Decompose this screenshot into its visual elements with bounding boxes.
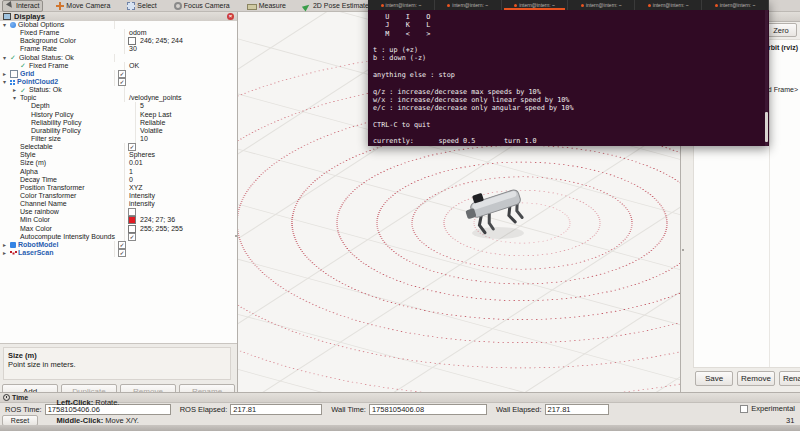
expand-arrow-icon[interactable] xyxy=(3,70,10,78)
terminal-tab[interactable]: intern@intern: ~ xyxy=(435,0,502,10)
property-value-cell[interactable]: 224; 27; 36 xyxy=(124,216,237,224)
row-checkbox[interactable] xyxy=(128,233,136,241)
tree-row[interactable]: Use rainbow xyxy=(0,208,237,216)
property-value-cell[interactable]: Keep Last xyxy=(135,111,237,119)
tree-row[interactable]: Autocompute Intensity Bounds xyxy=(0,233,237,241)
property-value[interactable]: Keep Last xyxy=(140,111,172,119)
expand-arrow-icon[interactable] xyxy=(3,21,10,29)
toolbar-tool-button[interactable]: Move Camera xyxy=(52,0,114,12)
expand-arrow-icon[interactable] xyxy=(3,249,10,257)
row-checkbox[interactable] xyxy=(118,249,126,257)
property-value-cell[interactable]: 0 xyxy=(124,176,237,184)
expand-arrow-icon[interactable] xyxy=(3,78,10,86)
row-checkbox[interactable] xyxy=(118,241,126,249)
property-value-cell[interactable]: Volatile xyxy=(135,127,237,135)
tree-row[interactable]: Position Transformer XYZ xyxy=(0,184,237,192)
property-value[interactable]: 246; 245; 244 xyxy=(140,37,183,45)
tree-row[interactable]: RobotModel xyxy=(0,241,237,249)
property-value[interactable]: 255; 255; 255 xyxy=(140,225,183,233)
property-value[interactable]: 0 xyxy=(129,176,133,184)
property-value[interactable]: OK xyxy=(129,62,139,70)
tree-row[interactable]: Color Transformer Intensity xyxy=(0,192,237,200)
experimental-checkbox[interactable] xyxy=(740,405,748,413)
property-value-cell[interactable]: 5 xyxy=(135,102,237,110)
property-value-cell[interactable] xyxy=(114,249,237,257)
property-value-cell[interactable] xyxy=(114,241,237,249)
property-value-cell[interactable] xyxy=(124,208,237,216)
color-swatch[interactable] xyxy=(128,225,136,233)
tree-row[interactable]: Global Status: Ok xyxy=(0,54,237,62)
toolbar-tool-button[interactable]: Measure xyxy=(243,0,290,12)
property-value[interactable]: odom xyxy=(129,29,147,37)
property-value[interactable]: 1 xyxy=(129,168,133,176)
row-checkbox[interactable] xyxy=(118,70,126,78)
property-value-cell[interactable]: 246; 245; 244 xyxy=(124,37,237,45)
tree-row[interactable]: PointCloud2 xyxy=(0,78,237,86)
row-checkbox[interactable] xyxy=(128,208,136,216)
color-swatch[interactable] xyxy=(128,216,136,224)
property-value[interactable]: Reliable xyxy=(140,119,165,127)
tree-row[interactable]: Frame Rate 30 xyxy=(0,45,237,53)
terminal-window[interactable]: intern@intern: ~ intern@intern: ~ intern… xyxy=(368,0,769,146)
tree-row[interactable]: Style Spheres xyxy=(0,151,237,159)
close-icon[interactable]: × xyxy=(227,13,234,20)
expand-arrow-icon[interactable] xyxy=(13,86,20,94)
property-value-cell[interactable] xyxy=(124,86,237,94)
time-field-input[interactable]: 217.81 xyxy=(545,404,609,415)
property-value-cell[interactable]: Reliable xyxy=(135,119,237,127)
terminal-tab[interactable]: intern@intern: ~ xyxy=(702,0,769,10)
property-value-cell[interactable]: Intensity xyxy=(124,192,237,200)
tree-row[interactable]: Filter size 10 xyxy=(0,135,237,143)
tree-row[interactable]: Topic /velodyne_points xyxy=(0,94,237,102)
tree-row[interactable]: Min Color 224; 27; 36 xyxy=(0,216,237,224)
displays-tree[interactable]: Global Options Fixed Frame xyxy=(0,21,237,344)
reset-button[interactable]: Reset xyxy=(2,415,38,426)
property-value-cell[interactable]: odom xyxy=(124,29,237,37)
terminal-scrollbar[interactable] xyxy=(765,10,768,146)
expand-arrow-icon[interactable] xyxy=(13,94,20,102)
terminal-tab[interactable]: intern@intern: ~ xyxy=(502,0,569,10)
property-value[interactable]: Intensity xyxy=(129,192,155,200)
views-action-button[interactable]: Rename xyxy=(779,371,800,386)
property-value-cell[interactable]: /velodyne_points xyxy=(124,94,237,102)
property-value-cell[interactable] xyxy=(114,54,237,62)
tree-row[interactable]: Selectable xyxy=(0,143,237,151)
tree-row[interactable]: Background Color 246; 245; 244 xyxy=(0,37,237,45)
property-value-cell[interactable] xyxy=(114,78,237,86)
panel-splitter-handle[interactable] xyxy=(235,235,237,237)
property-value-cell[interactable] xyxy=(124,143,237,151)
property-value[interactable]: intensity xyxy=(129,200,155,208)
tree-row[interactable]: LaserScan xyxy=(0,249,237,257)
expand-arrow-icon[interactable] xyxy=(3,54,10,62)
property-value[interactable]: Volatile xyxy=(140,127,163,135)
terminal-output[interactable]: U I O J K L M < >t : up (+z)b : down (-z… xyxy=(368,10,769,146)
property-value-cell[interactable] xyxy=(114,21,237,29)
property-value-cell[interactable]: XYZ xyxy=(124,184,237,192)
toolbar-tool-button[interactable]: Focus Camera xyxy=(170,0,234,12)
property-value[interactable]: 30 xyxy=(129,45,137,53)
tree-row[interactable]: History Policy Keep Last xyxy=(0,111,237,119)
property-value[interactable]: 5 xyxy=(140,102,144,110)
color-swatch[interactable] xyxy=(128,37,136,45)
property-value[interactable]: 224; 27; 36 xyxy=(140,216,175,224)
property-value[interactable]: /velodyne_points xyxy=(129,94,182,102)
tree-row[interactable]: Fixed Frame odom xyxy=(0,29,237,37)
property-value[interactable]: 0.01 xyxy=(129,159,143,167)
property-value-cell[interactable]: intensity xyxy=(124,200,237,208)
property-value-cell[interactable]: 0.01 xyxy=(124,159,237,167)
terminal-tab[interactable]: intern@intern: ~ xyxy=(368,0,435,10)
toolbar-tool-button[interactable]: 2D Pose Estimate xyxy=(299,0,373,12)
tree-row[interactable]: Fixed Frame OK xyxy=(0,62,237,70)
time-field-input[interactable]: 217.81 xyxy=(230,404,322,415)
zero-button[interactable]: Zero xyxy=(765,23,797,37)
property-value-cell[interactable]: 255; 255; 255 xyxy=(124,225,237,233)
tree-row[interactable]: Durability Policy Volatile xyxy=(0,127,237,135)
tree-row[interactable]: Reliability Policy Reliable xyxy=(0,119,237,127)
property-value-cell[interactable]: 1 xyxy=(124,168,237,176)
property-value-cell[interactable]: Spheres xyxy=(124,151,237,159)
tree-row[interactable]: Max Color 255; 255; 255 xyxy=(0,225,237,233)
expand-arrow-icon[interactable] xyxy=(3,241,10,249)
tree-row[interactable]: Grid xyxy=(0,70,237,78)
time-field-input[interactable]: 1758105406.08 xyxy=(369,404,487,415)
property-value-cell[interactable] xyxy=(124,233,237,241)
